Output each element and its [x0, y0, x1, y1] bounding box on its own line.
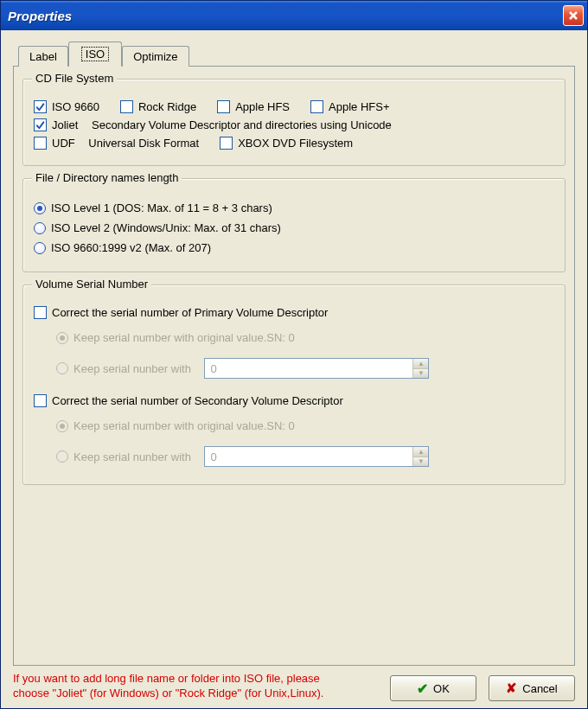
label-iso9660: ISO 9660	[52, 100, 99, 113]
spin-primary[interactable]: ▲▼	[204, 358, 429, 379]
label-iso-level1: ISO Level 1 (DOS: Max. of 11 = 8 + 3 cha…	[51, 201, 272, 214]
footer: If you want to add long file name or fol…	[13, 671, 575, 701]
radio-primary-keep-original	[56, 332, 68, 344]
radio-iso-level2[interactable]	[34, 222, 46, 234]
group-cd-file-system: CD File System ISO 9660 Rock Ridge Apple…	[22, 79, 566, 166]
radio-secondary-keep-original	[56, 420, 68, 432]
group-title-vsn: Volume Serial Number	[32, 278, 151, 291]
cancel-label: Cancel	[522, 682, 557, 695]
tabstrip: Label ISO Optimize	[18, 41, 575, 66]
checkbox-xbox[interactable]	[220, 137, 233, 150]
checkbox-rockridge[interactable]	[120, 100, 133, 113]
spin-primary-up[interactable]: ▲	[412, 359, 428, 369]
spin-secondary-input[interactable]	[205, 447, 412, 466]
button-bar: ✔ OK ✘ Cancel	[390, 675, 575, 701]
label-primary-keep-original: Keep serial number with original value.S…	[74, 331, 295, 344]
group-title-len: File / Directory names length	[32, 171, 182, 184]
checkbox-joliet[interactable]	[34, 118, 47, 131]
label-correct-secondary: Correct the serial number of Secondary V…	[52, 394, 343, 407]
client-area: Label ISO Optimize CD File System ISO 96…	[1, 30, 587, 708]
checkbox-udf[interactable]	[34, 137, 47, 150]
window-title: Properties	[8, 9, 72, 23]
radio-iso-level3[interactable]	[34, 242, 46, 254]
tab-optimize[interactable]: Optimize	[122, 46, 189, 67]
properties-window: Properties Label ISO Optimize CD File Sy…	[0, 0, 588, 709]
label-applehfs: Apple HFS	[235, 100, 290, 113]
checkbox-correct-primary[interactable]	[34, 306, 47, 319]
label-iso-level3: ISO 9660:1999 v2 (Max. of 207)	[51, 241, 211, 254]
checkbox-applehfsplus[interactable]	[310, 100, 323, 113]
spin-secondary-up[interactable]: ▲	[412, 447, 428, 457]
cancel-button[interactable]: ✘ Cancel	[489, 675, 575, 701]
label-joliet-desc: Secondary Volume Descriptor and director…	[92, 118, 392, 131]
label-iso-level2: ISO Level 2 (Windows/Unix: Max. of 31 ch…	[51, 221, 281, 234]
group-name-length: File / Directory names length ISO Level …	[22, 178, 566, 272]
label-xbox: XBOX DVD Filesystem	[238, 137, 353, 150]
tab-iso[interactable]: ISO	[68, 42, 122, 67]
spin-secondary-down[interactable]: ▼	[412, 457, 428, 467]
titlebar: Properties	[1, 1, 587, 30]
close-icon	[568, 10, 578, 21]
radio-secondary-keep-with	[56, 450, 68, 463]
tab-page-iso: CD File System ISO 9660 Rock Ridge Apple…	[13, 66, 575, 666]
label-udf: UDF	[52, 137, 75, 150]
close-button[interactable]	[563, 5, 584, 26]
group-title-fs: CD File System	[32, 72, 117, 85]
label-secondary-keep-with: Keep serial nunber with	[74, 450, 191, 463]
hint-text: If you want to add long file name or fol…	[13, 671, 324, 701]
spin-primary-down[interactable]: ▼	[412, 369, 428, 379]
ok-label: OK	[433, 682, 450, 695]
label-applehfsplus: Apple HFS+	[329, 100, 389, 113]
label-correct-primary: Correct the serial number of Primary Vol…	[52, 306, 328, 319]
label-rockridge: Rock Ridge	[138, 100, 196, 113]
checkbox-correct-secondary[interactable]	[34, 394, 47, 407]
check-icon: ✔	[417, 680, 428, 697]
checkbox-applehfs[interactable]	[217, 100, 230, 113]
label-secondary-keep-original: Keep serial number with original value.S…	[74, 419, 295, 432]
label-joliet: Joliet	[52, 118, 78, 131]
group-volume-serial: Volume Serial Number Correct the serial …	[22, 284, 566, 485]
radio-iso-level1[interactable]	[34, 202, 46, 214]
ok-button[interactable]: ✔ OK	[390, 675, 476, 701]
tab-label[interactable]: Label	[18, 46, 68, 67]
x-icon: ✘	[506, 680, 517, 696]
spin-primary-input[interactable]	[205, 359, 412, 378]
radio-primary-keep-with	[56, 362, 68, 374]
checkbox-iso9660[interactable]	[34, 100, 47, 113]
label-primary-keep-with: Keep serial nunber with	[74, 362, 191, 375]
spin-secondary[interactable]: ▲▼	[204, 446, 429, 467]
label-udf-desc: Universal Disk Format	[88, 137, 199, 150]
